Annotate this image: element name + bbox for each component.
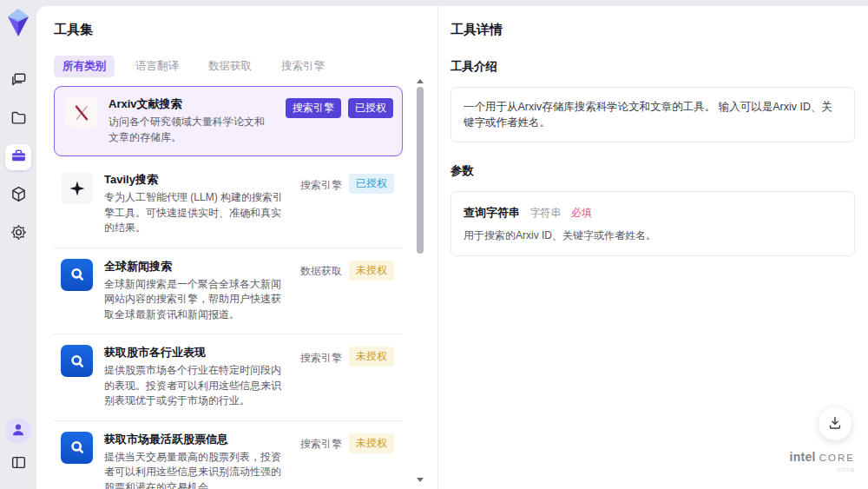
tool-card-most-active-stocks[interactable]: 获取市场最活跃股票信息 提供当天交易量最高的股票列表，投资者可以利用这些信息来识… xyxy=(54,421,403,489)
parameter-name: 查询字符串 xyxy=(464,206,520,219)
tool-description: 专为人工智能代理 (LLM) 构建的搜索引擎工具。可快速提供实时、准确和真实的结… xyxy=(104,190,289,236)
tool-list-panel: 工具集 所有类别 语言翻译 数据获取 搜索引擎 Arxiv文献搜索 访问各个研究… xyxy=(36,6,437,489)
news-search-logo-icon xyxy=(61,345,93,377)
user-icon xyxy=(10,422,26,440)
tool-list: Arxiv文献搜索 访问各个研究领域大量科学论文和文章的存储库。 搜索引擎 已授… xyxy=(54,86,437,489)
tool-name: 获取股市各行业表现 xyxy=(104,345,289,360)
toolbox-icon xyxy=(10,148,27,167)
download-button[interactable] xyxy=(819,407,852,440)
tool-name: Arxiv文献搜索 xyxy=(108,96,274,111)
auth-status-badge: 未授权 xyxy=(349,433,394,453)
tab-data-fetch[interactable]: 数据获取 xyxy=(200,56,260,77)
auth-status-badge: 未授权 xyxy=(349,261,394,281)
intel-brand-text: intel xyxy=(789,450,815,464)
detail-title: 工具详情 xyxy=(450,22,855,38)
parameter-description: 用于搜索的Arxiv ID、关键字或作者姓名。 xyxy=(464,228,842,243)
tool-description: 全球新闻搜索是一个聚合全球各大新闻网站内容的搜索引擎，帮助用户快速获取全球最新资… xyxy=(104,277,289,323)
tool-name: 获取市场最活跃股票信息 xyxy=(104,432,289,446)
sidebar-item-panel-toggle[interactable] xyxy=(5,451,31,477)
tool-card-global-news-search[interactable]: 全球新闻搜索 全球新闻搜索是一个聚合全球各大新闻网站内容的搜索引擎，帮助用户快速… xyxy=(54,248,403,335)
category-badge: 搜索引擎 xyxy=(286,98,341,118)
parameter-type: 字符串 xyxy=(529,207,561,219)
auth-status-badge: 未授权 xyxy=(349,347,394,367)
tool-name: 全球新闻搜索 xyxy=(104,259,289,274)
cube-icon xyxy=(10,186,27,205)
page-title: 工具集 xyxy=(54,22,437,38)
category-label: 搜索引擎 xyxy=(300,434,342,452)
params-heading: 参数 xyxy=(450,163,855,179)
app-sidebar xyxy=(0,0,36,489)
intel-core-logo: intelCORE ultra xyxy=(789,449,855,473)
tool-description: 访问各个研究领域大量科学论文和文章的存储库。 xyxy=(108,115,274,145)
category-label: 搜索引擎 xyxy=(300,175,342,193)
parameter-header: 查询字符串 字符串 必填 xyxy=(464,204,842,221)
auth-status-badge: 已授权 xyxy=(348,98,393,118)
parameter-required-flag: 必填 xyxy=(571,207,592,219)
category-label: 搜索引擎 xyxy=(300,348,342,366)
scroll-up-arrow-icon[interactable] xyxy=(417,79,424,83)
tool-detail-panel: 工具详情 工具介绍 一个用于从Arxiv存储库搜索科学论文和文章的工具。 输入可… xyxy=(438,6,868,489)
tool-description: 提供当天交易量最高的股票列表，投资者可以利用这些信息来识别流动性强的股票和潜在的… xyxy=(104,450,289,489)
main-content: 工具集 所有类别 语言翻译 数据获取 搜索引擎 Arxiv文献搜索 访问各个研究… xyxy=(36,6,868,489)
tool-card-stock-sector-performance[interactable]: 获取股市各行业表现 提供股票市场各个行业在特定时间段内的表现。投资者可以利用这些… xyxy=(54,334,403,421)
tab-search-engine[interactable]: 搜索引擎 xyxy=(273,56,333,77)
sidebar-item-chat[interactable] xyxy=(5,68,31,94)
sidebar-item-account[interactable] xyxy=(5,418,31,444)
arxiv-logo-icon xyxy=(65,96,97,129)
scrollbar-thumb[interactable] xyxy=(417,87,424,254)
tool-intro-box: 一个用于从Arxiv存储库搜索科学论文和文章的工具。 输入可以是Arxiv ID… xyxy=(450,87,855,142)
gear-icon xyxy=(10,224,27,243)
sidebar-item-models[interactable] xyxy=(5,182,31,208)
sidebar-item-settings[interactable] xyxy=(5,221,31,247)
parameter-card: 查询字符串 字符串 必填 用于搜索的Arxiv ID、关键字或作者姓名。 xyxy=(450,191,855,256)
tool-card-tavily-search[interactable]: Tavily搜索 专为人工智能代理 (LLM) 构建的搜索引擎工具。可快速提供实… xyxy=(54,162,403,248)
chat-icon xyxy=(10,71,27,90)
category-label: 数据获取 xyxy=(300,261,342,279)
tool-description: 提供股票市场各个行业在特定时间段内的表现。投资者可以利用这些信息来识别表现优于或… xyxy=(104,363,289,409)
tool-card-arxiv-search[interactable]: Arxiv文献搜索 访问各个研究领域大量科学论文和文章的存储库。 搜索引擎 已授… xyxy=(54,86,403,156)
download-icon xyxy=(827,415,843,433)
category-tabs: 所有类别 语言翻译 数据获取 搜索引擎 xyxy=(54,56,437,77)
sidebar-item-tools[interactable] xyxy=(5,144,31,170)
news-search-logo-icon xyxy=(61,259,93,291)
news-search-logo-icon xyxy=(61,432,93,464)
scroll-down-arrow-icon[interactable] xyxy=(417,478,424,482)
tab-all-categories[interactable]: 所有类别 xyxy=(54,56,115,77)
app-logo-icon xyxy=(4,7,32,38)
ultra-brand-text: ultra xyxy=(789,466,855,473)
list-scrollbar[interactable] xyxy=(417,79,424,482)
tab-language-translation[interactable]: 语言翻译 xyxy=(127,56,187,77)
core-brand-text: CORE xyxy=(819,453,855,463)
intro-heading: 工具介绍 xyxy=(450,59,855,75)
sidebar-item-files[interactable] xyxy=(5,106,31,132)
folder-icon xyxy=(10,109,27,129)
tavily-star-icon xyxy=(61,172,93,204)
panel-toggle-icon xyxy=(10,454,27,473)
auth-status-badge: 已授权 xyxy=(349,174,394,194)
tool-name: Tavily搜索 xyxy=(104,172,289,187)
